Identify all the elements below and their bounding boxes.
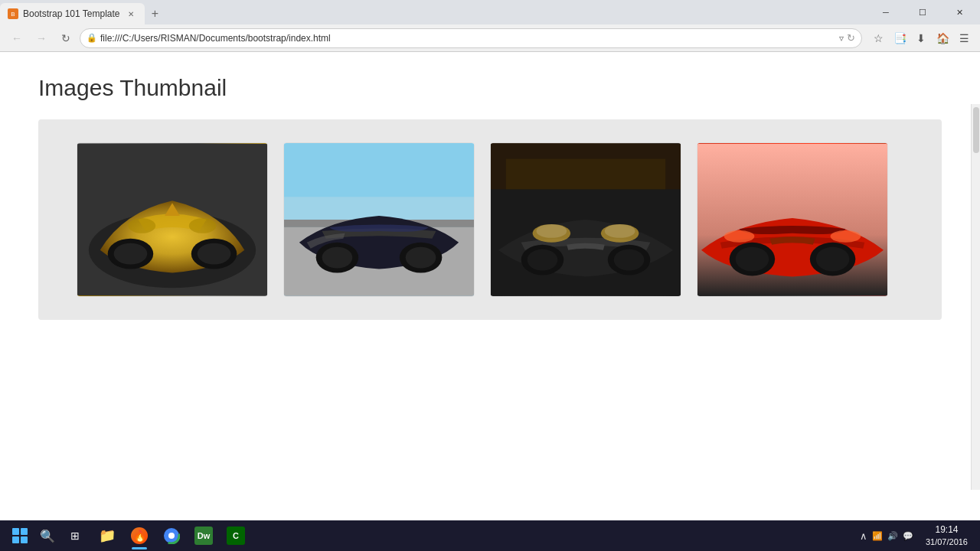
car-image-4 [697, 143, 887, 296]
taskbar-app-dreamweaver[interactable]: Dw [188, 520, 219, 551]
clock-time: 19:14 [926, 523, 968, 536]
search-button[interactable]: 🔍 [34, 522, 61, 549]
vertical-scrollbar[interactable] [971, 104, 980, 490]
systray-arrow[interactable]: ∧ [860, 530, 867, 542]
address-bar[interactable]: 🔒 file:///C:/Users/RISMAN/Documents/boot… [80, 28, 862, 48]
network-icon[interactable]: 📶 [872, 531, 883, 541]
page-inner: Images Thumbnail [0, 52, 980, 343]
new-tab-button[interactable]: + [145, 3, 166, 24]
address-bar-row: ← → ↻ 🔒 file:///C:/Users/RISMAN/Document… [0, 24, 980, 52]
taskbar-clock[interactable]: 19:14 31/07/2016 [920, 523, 974, 548]
svg-point-5 [198, 243, 231, 265]
taskbar: 🔍 ⊞ 📁 🔥 Dw [0, 520, 980, 551]
firefox-icon: 🔥 [131, 527, 148, 544]
taskbar-apps: 📁 🔥 Dw C [92, 520, 251, 551]
thumbnail-item-3[interactable] [490, 142, 681, 297]
svg-point-14 [322, 247, 353, 269]
refresh-button[interactable]: ↻ [55, 28, 77, 49]
search-icon: 🔍 [40, 529, 55, 543]
minimize-button[interactable]: ─ [868, 0, 903, 24]
scrollbar-thumb[interactable] [973, 107, 979, 153]
maximize-button[interactable]: ☐ [905, 0, 940, 24]
car-image-3 [491, 143, 681, 296]
page-title: Images Thumbnail [38, 75, 942, 101]
task-view-button[interactable]: ⊞ [61, 522, 89, 549]
start-button[interactable] [6, 522, 34, 549]
download-icon[interactable]: ⬇ [911, 28, 931, 48]
thumbnail-item-4[interactable] [697, 142, 888, 297]
svg-point-16 [406, 247, 436, 269]
menu-icon[interactable]: ☰ [954, 28, 974, 48]
tab-close-button[interactable]: ✕ [125, 8, 137, 20]
car-svg-1 [77, 143, 267, 296]
car-image-2 [284, 143, 474, 296]
security-icon: 🔒 [87, 33, 97, 43]
notification-icon[interactable]: 💬 [903, 531, 913, 541]
address-reload-icon: ↻ [847, 32, 855, 44]
task-view-icon: ⊞ [70, 530, 80, 542]
car-svg-2 [284, 143, 474, 296]
thumbnail-container [38, 119, 942, 320]
taskbar-app-file-explorer[interactable]: 📁 [92, 520, 122, 551]
file-explorer-icon: 📁 [98, 527, 116, 545]
car-svg-3 [491, 143, 681, 296]
address-text: file:///C:/Users/RISMAN/Documents/bootst… [100, 33, 836, 44]
clock-date: 31/07/2016 [926, 536, 968, 548]
tabs-bar: B Bootstrap 101 Template ✕ + ─ ☐ ✕ [0, 0, 980, 24]
svg-point-30 [736, 247, 769, 272]
car-image-1 [77, 143, 267, 296]
active-tab[interactable]: B Bootstrap 101 Template ✕ [0, 3, 145, 24]
page-content: Images Thumbnail [0, 52, 980, 520]
forward-button[interactable]: → [31, 28, 52, 49]
svg-point-25 [528, 249, 558, 271]
readinglist-icon[interactable]: 📑 [890, 28, 910, 48]
titlebar-controls: ─ ☐ ✕ [868, 0, 980, 24]
svg-point-8 [189, 218, 217, 233]
svg-rect-19 [506, 159, 665, 190]
taskbar-app-firefox[interactable]: 🔥 [124, 520, 155, 551]
app5-icon: C [227, 527, 245, 545]
svg-point-37 [168, 533, 175, 539]
dreamweaver-icon: Dw [194, 527, 213, 545]
chrome-icon [162, 527, 181, 545]
svg-point-3 [114, 243, 148, 265]
toolbar-icons: ☆ 📑 ⬇ 🏠 ☰ [868, 28, 974, 48]
svg-point-7 [128, 218, 155, 233]
tab-favicon: B [8, 8, 18, 19]
taskbar-app-chrome[interactable] [156, 520, 187, 551]
volume-icon[interactable]: 🔊 [887, 531, 898, 541]
car-svg-4 [697, 143, 887, 296]
close-button[interactable]: ✕ [942, 0, 977, 24]
svg-point-32 [816, 247, 850, 272]
thumbnail-item-1[interactable] [77, 142, 268, 297]
taskbar-right: ∧ 📶 🔊 💬 19:14 31/07/2016 [857, 523, 974, 548]
home-icon[interactable]: 🏠 [933, 28, 952, 48]
windows-logo [12, 528, 28, 543]
svg-point-23 [605, 224, 635, 238]
back-button[interactable]: ← [6, 28, 28, 49]
svg-point-27 [614, 249, 645, 271]
browser-frame: B Bootstrap 101 Template ✕ + ─ ☐ ✕ ← → ↻… [0, 0, 980, 551]
systray: ∧ 📶 🔊 💬 [857, 530, 916, 542]
address-refresh-icon: ▿ [839, 33, 844, 44]
svg-point-22 [537, 224, 567, 238]
bookmark-icon[interactable]: ☆ [868, 28, 888, 48]
thumbnail-item-2[interactable] [283, 142, 475, 297]
taskbar-app-5[interactable]: C [220, 520, 251, 551]
svg-point-34 [831, 230, 861, 243]
svg-point-33 [724, 230, 755, 243]
tab-title: Bootstrap 101 Template [23, 8, 120, 19]
